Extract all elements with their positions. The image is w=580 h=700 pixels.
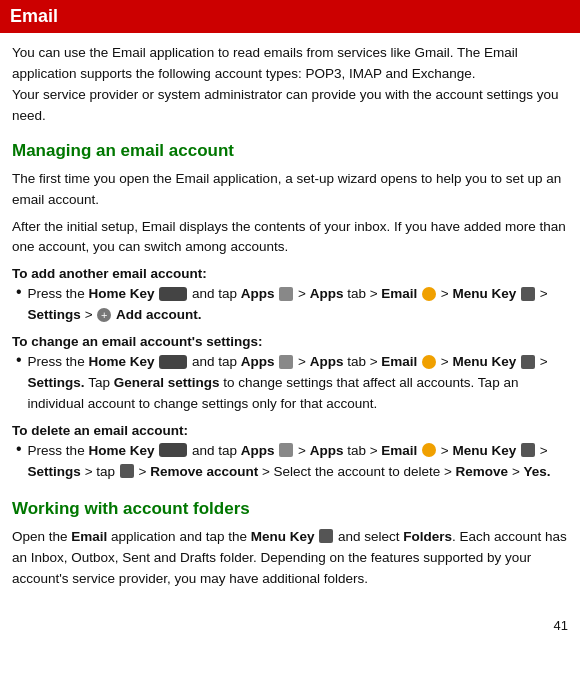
menu-key-label2: Menu Key [452,354,516,369]
email-icon3 [422,443,436,457]
home-key-icon2 [159,355,187,369]
apps-label3: Apps [241,443,275,458]
intro-paragraph: You can use the Email application to rea… [12,43,568,127]
email-label-s2: Email [71,529,107,544]
remove-account-label: Remove account [150,464,258,479]
email-label1: Email [381,286,417,301]
menu-key-label-s2: Menu Key [251,529,315,544]
task1-bullet-text: Press the Home Key and tap Apps > Apps t… [28,284,568,326]
yes-label: Yes. [524,464,551,479]
apps-icon2 [279,355,293,369]
apps-tab-label2: Apps [310,354,344,369]
section1-body2: After the initial setup, Email displays … [12,217,568,259]
menu-key-label3: Menu Key [452,443,516,458]
add-account-label: Add account. [116,307,202,322]
task2-bullet: • Press the Home Key and tap Apps > Apps… [16,352,568,415]
remove-label: Remove [456,464,509,479]
task2-bullet-text: Press the Home Key and tap Apps > Apps t… [28,352,568,415]
home-key-icon3 [159,443,187,457]
email-icon2 [422,355,436,369]
home-key-icon1 [159,287,187,301]
apps-icon1 [279,287,293,301]
home-key-label3: Home Key [88,443,154,458]
settings-label3: Settings [28,464,81,479]
bullet-icon: • [16,283,22,301]
settings-label2: Settings. [28,375,85,390]
section1-body1: The first time you open the Email applic… [12,169,568,211]
task1-heading: To add another email account: [12,266,568,281]
apps-icon3 [279,443,293,457]
menu-key-label1: Menu Key [452,286,516,301]
home-key-label1: Home Key [88,286,154,301]
menu-key-icon3 [521,443,535,457]
apps-tab-label1: Apps [310,286,344,301]
task3-bullet: • Press the Home Key and tap Apps > Apps… [16,441,568,483]
email-icon1 [422,287,436,301]
main-content: You can use the Email application to rea… [0,33,580,612]
menu-key-icon1 [521,287,535,301]
task2-heading: To change an email account's settings: [12,334,568,349]
apps-tab-label3: Apps [310,443,344,458]
task3-bullet-text: Press the Home Key and tap Apps > Apps t… [28,441,568,483]
bullet-icon3: • [16,440,22,458]
task1-bullet: • Press the Home Key and tap Apps > Apps… [16,284,568,326]
settings-label1: Settings [28,307,81,322]
section1-title: Managing an email account [12,141,568,161]
plus-icon1: + [97,308,111,322]
folders-label: Folders [403,529,452,544]
menu-key-icon2 [521,355,535,369]
menu-icon3b [120,464,134,478]
email-label3: Email [381,443,417,458]
general-settings-label: General settings [114,375,220,390]
task3-heading: To delete an email account: [12,423,568,438]
bullet-icon2: • [16,351,22,369]
section2-body: Open the Email application and tap the M… [12,527,568,590]
section2-title: Working with account folders [12,499,568,519]
page-header: Email [0,0,580,33]
page-number: 41 [0,612,580,639]
menu-key-icon-s2 [319,529,333,543]
apps-label2: Apps [241,354,275,369]
email-label2: Email [381,354,417,369]
home-key-label2: Home Key [88,354,154,369]
apps-label1: Apps [241,286,275,301]
header-title: Email [10,6,58,26]
